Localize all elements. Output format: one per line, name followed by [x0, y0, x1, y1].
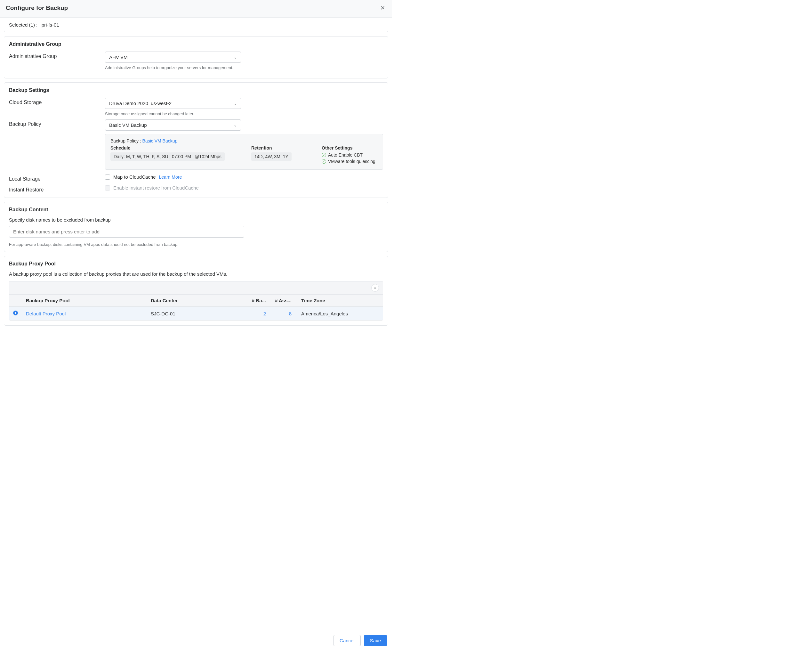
- admin-group-row: Administrative Group AHV VM ⌄ Administra…: [9, 52, 383, 70]
- sliders-icon: ≡: [374, 286, 376, 290]
- retention-title: Retention: [251, 145, 315, 150]
- proxy-pool-title: Backup Proxy Pool: [9, 261, 383, 267]
- row-dc-cell: SJC-DC-01: [151, 311, 244, 317]
- col-ass-header[interactable]: # Ass...: [266, 298, 292, 303]
- backup-content-helper: For app-aware backup, disks containing V…: [9, 242, 383, 247]
- proxy-pool-table: ≡ Backup Proxy Pool Data Center # Ba... …: [9, 281, 383, 321]
- col-ba-header[interactable]: # Ba...: [244, 298, 266, 303]
- close-button[interactable]: ✕: [379, 3, 386, 13]
- schedule-title: Schedule: [110, 145, 245, 150]
- backup-settings-title: Backup Settings: [9, 87, 383, 93]
- admin-group-select-value: AHV VM: [109, 54, 128, 60]
- instant-restore-label: Instant Restore: [9, 185, 105, 193]
- admin-group-label: Administrative Group: [9, 52, 105, 59]
- close-icon: ✕: [380, 5, 385, 11]
- check-circle-icon: [322, 159, 326, 164]
- backup-policy-control: Basic VM Backup ⌄ Backup Policy : Basic …: [105, 119, 383, 170]
- proxy-pool-link[interactable]: Default Proxy Pool: [26, 311, 66, 317]
- instant-restore-control: Enable instant restore from CloudCache: [105, 185, 383, 191]
- proxy-pool-desc: A backup proxy pool is a collection of b…: [9, 271, 383, 277]
- admin-group-helper: Administrative Groups help to organize y…: [105, 65, 383, 70]
- chevron-down-icon: ⌄: [234, 101, 237, 106]
- table-filter-button[interactable]: ≡: [371, 284, 379, 292]
- policy-box-link[interactable]: Basic VM Backup: [142, 138, 178, 144]
- selected-panel: Selected (1) : pri-fs-01: [4, 18, 388, 32]
- admin-group-select[interactable]: AHV VM ⌄: [105, 52, 241, 63]
- col-dc-header[interactable]: Data Center: [151, 298, 244, 303]
- selected-row: Selected (1) : pri-fs-01: [4, 18, 388, 32]
- selected-value: pri-fs-01: [41, 22, 59, 28]
- backup-policy-label: Backup Policy: [9, 119, 105, 127]
- local-storage-label: Local Storage: [9, 174, 105, 182]
- chevron-down-icon: ⌄: [234, 55, 237, 60]
- admin-group-title: Administrative Group: [9, 41, 383, 47]
- cloud-storage-value: Druva Demo 2020_us-west-2: [109, 101, 172, 106]
- cloud-storage-select[interactable]: Druva Demo 2020_us-west-2 ⌄: [105, 98, 241, 109]
- row-ass-cell[interactable]: 8: [266, 311, 292, 317]
- other-1-text: Auto Enable CBT: [328, 152, 363, 158]
- instant-restore-row: Instant Restore Enable instant restore f…: [9, 185, 383, 193]
- cloud-storage-row: Cloud Storage Druva Demo 2020_us-west-2 …: [9, 98, 383, 116]
- local-storage-cblabel: Map to CloudCache: [113, 174, 156, 180]
- dialog-title: Configure for Backup: [6, 5, 68, 12]
- policy-retention-col: Retention 14D, 4W, 3M, 1Y: [251, 145, 315, 165]
- other-2-text: VMware tools quiescing: [328, 159, 375, 164]
- dialog-header: Configure for Backup ✕: [0, 0, 392, 18]
- policy-schedule-col: Schedule Daily: M, T, W, TH, F, S, SU | …: [110, 145, 245, 165]
- backup-content-desc: Specify disk names to be excluded from b…: [9, 217, 383, 223]
- table-header: Backup Proxy Pool Data Center # Ba... # …: [9, 295, 383, 307]
- proxy-pool-panel: Backup Proxy Pool A backup proxy pool is…: [4, 256, 388, 326]
- other-title: Other Settings: [322, 145, 378, 150]
- backup-content-title: Backup Content: [9, 207, 383, 213]
- backup-content-panel: Backup Content Specify disk names to be …: [4, 202, 388, 252]
- admin-group-control: AHV VM ⌄ Administrative Groups help to o…: [105, 52, 383, 70]
- col-tz-header[interactable]: Time Zone: [292, 298, 379, 303]
- local-storage-row: Local Storage Map to CloudCache Learn Mo…: [9, 174, 383, 182]
- selected-label: Selected (1) :: [9, 22, 37, 28]
- disk-names-input[interactable]: [9, 226, 244, 238]
- backup-policy-select[interactable]: Basic VM Backup ⌄: [105, 119, 241, 131]
- schedule-chip: Daily: M, T, W, TH, F, S, SU | 07:00 PM …: [110, 152, 225, 161]
- instant-restore-cblabel: Enable instant restore from CloudCache: [113, 185, 199, 191]
- dialog-content: Selected (1) : pri-fs-01 Administrative …: [0, 18, 392, 355]
- policy-box-top: Backup Policy : Basic VM Backup: [110, 138, 378, 144]
- cloud-storage-label: Cloud Storage: [9, 98, 105, 106]
- row-tz-cell: America/Los_Angeles: [292, 311, 379, 317]
- row-ba-cell[interactable]: 2: [244, 311, 266, 317]
- admin-group-panel: Administrative Group Administrative Grou…: [4, 36, 388, 78]
- backup-policy-row: Backup Policy Basic VM Backup ⌄ Backup P…: [9, 119, 383, 170]
- retention-chip: 14D, 4W, 3M, 1Y: [251, 152, 292, 161]
- backup-policy-value: Basic VM Backup: [109, 122, 147, 128]
- policy-box-cols: Schedule Daily: M, T, W, TH, F, S, SU | …: [110, 145, 378, 165]
- col-radio-header: [13, 298, 26, 303]
- table-row[interactable]: Default Proxy Pool SJC-DC-01 2 8 America…: [9, 307, 383, 320]
- instant-restore-checkbox: [105, 185, 110, 191]
- policy-other-col: Other Settings Auto Enable CBT VMware to…: [322, 145, 378, 165]
- backup-settings-panel: Backup Settings Cloud Storage Druva Demo…: [4, 82, 388, 198]
- row-name-cell: Default Proxy Pool: [26, 311, 151, 317]
- cloud-storage-control: Druva Demo 2020_us-west-2 ⌄ Storage once…: [105, 98, 383, 116]
- col-name-header[interactable]: Backup Proxy Pool: [26, 298, 151, 303]
- learn-more-link[interactable]: Learn More: [159, 174, 182, 180]
- local-storage-checkbox[interactable]: [105, 174, 110, 180]
- other-setting-1: Auto Enable CBT: [322, 152, 378, 158]
- backup-policy-box: Backup Policy : Basic VM Backup Schedule…: [105, 134, 383, 170]
- row-radio[interactable]: [13, 310, 18, 315]
- chevron-down-icon: ⌄: [234, 123, 237, 127]
- cloud-storage-helper: Storage once assigned cannot be changed …: [105, 112, 383, 116]
- table-toolbar: ≡: [9, 281, 383, 295]
- local-storage-control: Map to CloudCache Learn More: [105, 174, 383, 180]
- row-radio-cell: [13, 310, 26, 317]
- check-circle-icon: [322, 153, 326, 157]
- other-setting-2: VMware tools quiescing: [322, 159, 378, 164]
- policy-box-label: Backup Policy :: [110, 138, 141, 144]
